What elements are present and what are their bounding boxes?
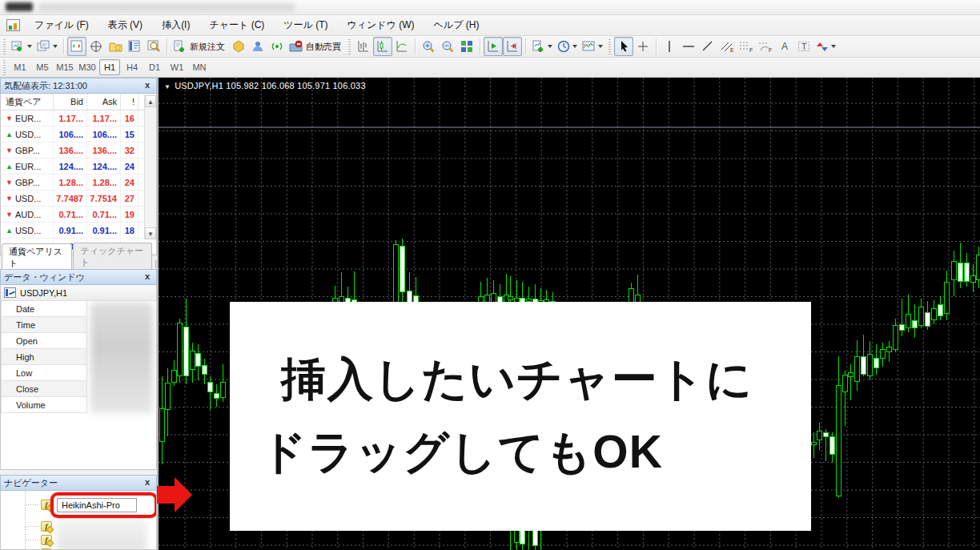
tab-symbols[interactable]: 通貨ペアリスト [2,243,72,272]
market-watch-row[interactable]: ▲USD...0.91...0.91...18 [1,223,156,239]
line-chart-button[interactable] [392,37,412,56]
spread-value: 19 [121,207,139,222]
strategy-tester-button[interactable] [144,37,163,56]
text-label-button[interactable]: T [794,37,813,56]
dropdown-caret-icon[interactable] [27,45,32,48]
ask-value: 7.7514 [87,191,121,206]
data-window-button[interactable] [86,37,106,56]
column-bid[interactable]: Bid [54,94,87,110]
metaeditor-button[interactable] [229,37,248,56]
profiles-button[interactable] [34,37,60,56]
candle-chart-button[interactable] [373,37,392,56]
timeframe-d1[interactable]: D1 [144,59,165,75]
zoom-out-button[interactable] [438,37,457,56]
menu-t[interactable]: ツール (T) [274,15,337,35]
new-order-button[interactable]: 新規注文 [171,37,229,56]
dropdown-caret-icon[interactable] [572,45,577,48]
timeframe-m5[interactable]: M5 [32,59,53,75]
templates-button[interactable] [580,37,605,56]
close-icon[interactable]: x [142,80,153,91]
autotrading-icon [289,40,303,53]
arrows-button[interactable] [813,37,838,56]
arrows-icon [816,40,829,53]
market-watch-button[interactable] [67,37,86,56]
bar-chart-button[interactable] [354,37,373,56]
vertical-line-button[interactable] [660,37,679,56]
bid-value: 7.7487 [54,191,87,206]
close-icon[interactable]: x [142,477,153,488]
dropdown-caret-icon[interactable] [831,45,836,48]
scroll-up-icon[interactable]: ▲ [145,95,156,107]
menu-i[interactable]: 挿入(I) [152,15,199,35]
candle-body [861,356,866,375]
toolbar-grip[interactable] [347,38,352,55]
tile-windows-button[interactable] [457,37,476,56]
candle-body [183,327,189,376]
menu-h[interactable]: ヘルプ (H) [424,15,489,35]
market-watch-row[interactable]: ▲EUR...124....124....24 [1,159,156,175]
new-chart-button[interactable] [9,37,34,56]
chart-shift-button[interactable] [503,37,522,56]
dropdown-caret-icon[interactable] [548,45,552,48]
timeframe-w1[interactable]: W1 [167,59,187,75]
dropdown-caret-icon[interactable] [598,45,603,48]
timeframe-h4[interactable]: H4 [122,59,143,75]
ask-value: 136.... [87,143,121,158]
signals-button[interactable] [267,37,287,56]
tab-tick-chart[interactable]: ティックチャート [73,243,152,271]
community-button[interactable] [248,37,267,56]
timeframe-h1[interactable]: H1 [99,59,120,75]
equidistant-channel-button[interactable]: E [717,37,737,56]
column-spread[interactable]: ! [121,94,139,110]
candle-chart-icon [376,40,389,53]
toolbar-grip[interactable] [2,58,7,76]
column-symbol[interactable]: 通貨ペア [1,94,54,110]
market-watch-row[interactable]: ▼GBP...1.28...1.28...24 [1,175,156,191]
down-arrow-icon: ▼ [6,195,13,203]
indicator-icon: f [41,521,52,532]
fibonacci-button[interactable]: F [737,37,756,56]
close-icon[interactable]: x [142,271,153,283]
data-window-symbol: USDJPY,H1 [20,288,67,298]
timeframe-mn[interactable]: MN [189,59,210,75]
crosshair-button[interactable] [633,37,653,56]
toolbar-separator [415,38,416,54]
text-button[interactable]: A [775,37,794,56]
market-watch-header: 通貨ペア Bid Ask ! [1,94,156,110]
toolbar-grip[interactable] [2,38,7,55]
zoom-in-button[interactable] [419,37,438,56]
market-watch-row[interactable]: ▼AUD...0.71...0.71...19 [1,207,156,223]
autotrading-button[interactable]: 自動売買 [287,37,345,56]
trendline-button[interactable] [698,37,717,56]
toolbar-grip[interactable] [607,38,612,55]
auto-scroll-button[interactable] [484,37,503,56]
candle-body [508,296,513,300]
indicators-button[interactable] [529,37,555,56]
scroll-down-icon[interactable]: ▼ [145,227,156,239]
market-watch-scrollbar[interactable]: ▲ ▼ [144,95,156,239]
menu-f[interactable]: ファイル (F) [25,15,98,35]
fibonacci-arc-button[interactable]: F [756,37,775,56]
market-watch-table: 通貨ペア Bid Ask ! ▼EUR...1.17...1.17...16▲U… [0,94,157,255]
menu-v[interactable]: 表示 (V) [98,15,152,35]
market-watch-row[interactable]: ▼EUR...1.17...1.17...16 [1,110,156,126]
cursor-button[interactable] [614,37,633,56]
navigator-button[interactable] [106,37,125,56]
timeframe-m30[interactable]: M30 [77,59,98,75]
horizontal-line-button[interactable] [679,37,698,56]
menu-c[interactable]: チャート (C) [199,15,274,35]
market-watch-row[interactable]: ▲USD...106....106....15 [1,126,156,143]
chevron-down-icon[interactable]: ▼ [164,83,171,90]
market-watch-row[interactable]: ▼GBP...136....136....32 [1,143,156,159]
window-titlebar [0,0,980,15]
terminal-button[interactable] [125,37,144,56]
timeframe-m15[interactable]: M15 [54,59,75,75]
bid-value: 0.91... [54,223,87,238]
column-ask[interactable]: Ask [87,94,121,110]
timeframe-m1[interactable]: M1 [10,59,30,75]
dropdown-caret-icon[interactable] [53,45,58,48]
market-watch-row[interactable]: ▼USD...7.74877.751427 [1,191,156,207]
bid-value: 0.71... [54,207,87,222]
periods-button[interactable] [555,37,580,56]
menu-w[interactable]: ウィンドウ (W) [338,15,424,35]
